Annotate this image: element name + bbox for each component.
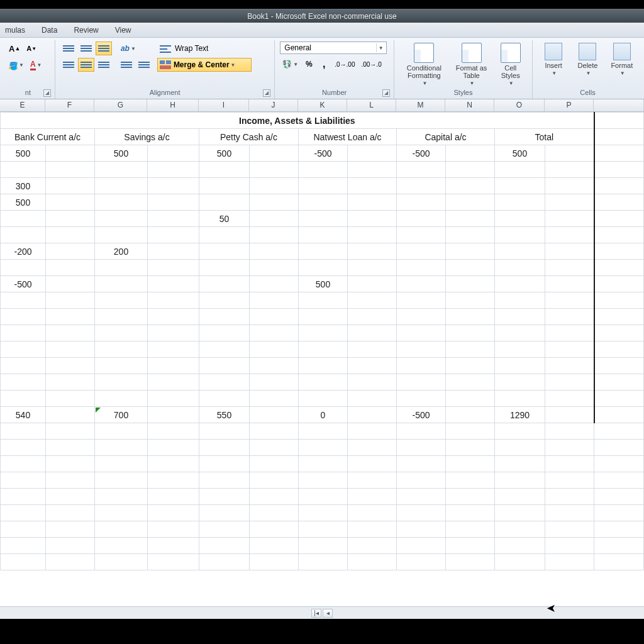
cell-total-capital[interactable]: -500 (397, 407, 446, 423)
percent-button[interactable]: % (302, 57, 316, 72)
accounting-format-button[interactable]: 💱▼ (280, 57, 301, 72)
col-header-F[interactable]: F (45, 99, 94, 111)
cell[interactable]: 500 (199, 145, 250, 162)
fill-color-button[interactable]: 🪣▼ (6, 58, 26, 72)
chevron-down-icon: ▼ (376, 43, 385, 52)
cell[interactable]: 200 (95, 243, 148, 260)
col-header-L[interactable]: L (347, 99, 396, 111)
cell[interactable] (545, 145, 594, 162)
col-header-P[interactable]: P (545, 99, 594, 111)
wrap-text-button[interactable]: Wrap Text (157, 42, 252, 55)
orientation-button[interactable]: ab▼ (118, 42, 138, 55)
col-header-E[interactable]: E (0, 99, 45, 111)
scroll-prev-button[interactable]: ◂ (323, 609, 333, 618)
tab-view[interactable]: View (115, 26, 131, 35)
align-top-button[interactable] (60, 42, 77, 55)
hdr-natwest[interactable]: Natwest Loan a/c (299, 129, 397, 145)
col-header-O[interactable]: O (494, 99, 545, 111)
decrease-decimal-button[interactable]: .00→.0 (358, 57, 384, 72)
merge-center-label: Merge & Center (174, 60, 230, 69)
comma-style-button[interactable]: , (317, 57, 331, 72)
hdr-total[interactable]: Total (495, 129, 594, 145)
insert-cells-button[interactable]: Insert▼ (538, 42, 569, 77)
font-group-label: nt (25, 89, 31, 96)
scroll-first-button[interactable]: |◂ (311, 609, 321, 618)
decrease-indent-button[interactable] (118, 58, 135, 72)
format-label: Format (611, 62, 633, 69)
cell[interactable]: 300 (1, 178, 46, 194)
col-header-M[interactable]: M (396, 99, 445, 111)
hdr-bank[interactable]: Bank Current a/c (1, 129, 95, 145)
cell[interactable] (148, 145, 199, 162)
tab-data[interactable]: Data (42, 26, 57, 35)
col-header-G[interactable]: G (94, 99, 147, 111)
cell-total-bank[interactable]: 540 (1, 407, 46, 423)
align-right-button[interactable] (96, 58, 112, 72)
cell[interactable]: -500 (397, 145, 446, 162)
cell[interactable] (46, 145, 95, 162)
format-as-table-button[interactable]: Format as Table▼ (452, 42, 492, 87)
col-header-H[interactable]: H (147, 99, 199, 111)
delete-label: Delete (578, 62, 598, 69)
align-center-button[interactable] (78, 58, 94, 72)
hdr-petty[interactable]: Petty Cash a/c (199, 129, 299, 145)
conditional-formatting-button[interactable]: Conditional Formatting▼ (399, 42, 449, 87)
cell[interactable]: 500 (1, 194, 46, 211)
col-header-N[interactable]: N (445, 99, 494, 111)
number-launcher-icon[interactable]: ◢ (382, 89, 390, 97)
format-icon (613, 43, 631, 60)
align-bottom-button[interactable] (96, 42, 112, 55)
number-format-select[interactable]: General ▼ (280, 42, 387, 54)
format-as-table-icon (462, 43, 482, 63)
col-header-I[interactable]: I (199, 99, 249, 111)
cell[interactable] (446, 145, 495, 162)
format-cells-button[interactable]: Format▼ (606, 42, 638, 77)
decrease-decimal-icon: .00→.0 (361, 61, 381, 68)
cell[interactable]: 500 (95, 145, 148, 162)
cell[interactable]: -200 (1, 243, 46, 260)
cell-total-savings[interactable]: 700 (95, 407, 148, 423)
cell-styles-button[interactable]: Cell Styles▼ (494, 42, 527, 87)
window-titlebar: Book1 - Microsoft Excel non-commercial u… (0, 9, 644, 23)
font-group-launcher-icon[interactable]: ◢ (43, 89, 51, 97)
ribbon: A▲ A▼ 🪣▼ A▼ nt◢ ab▼ (0, 38, 644, 99)
cell-total-total[interactable]: 1290 (495, 407, 545, 423)
format-as-table-label: Format as Table (453, 64, 491, 79)
cell-total-petty[interactable]: 550 (199, 407, 250, 423)
col-header-J[interactable]: J (249, 99, 298, 111)
merge-center-button[interactable]: Merge & Center▼ (157, 58, 252, 72)
col-header-K[interactable]: K (298, 99, 347, 111)
tab-formulas[interactable]: mulas (5, 26, 25, 35)
currency-icon: 💱 (282, 60, 292, 69)
cell[interactable]: -500 (299, 145, 348, 162)
delete-icon (579, 43, 596, 60)
cell[interactable] (348, 145, 397, 162)
cell[interactable]: 50 (199, 211, 250, 227)
tab-review[interactable]: Review (74, 26, 98, 35)
cell[interactable]: 500 (299, 276, 348, 292)
cell[interactable]: 500 (1, 145, 46, 162)
increase-indent-button[interactable] (136, 58, 152, 72)
increase-decimal-button[interactable]: .0→.00 (332, 57, 357, 72)
column-headers: E F G H I J K L M N O P (0, 99, 644, 112)
hdr-savings[interactable]: Savings a/c (95, 129, 199, 145)
align-middle-button[interactable] (78, 42, 94, 55)
cell[interactable]: 500 (495, 145, 545, 162)
alignment-launcher-icon[interactable]: ◢ (263, 89, 270, 97)
number-group-label: Number (322, 89, 347, 96)
cell[interactable]: -500 (1, 276, 46, 292)
conditional-formatting-icon (414, 43, 434, 63)
font-color-button[interactable]: A▼ (28, 58, 45, 72)
alignment-group-label: Alignment (150, 89, 180, 96)
delete-cells-button[interactable]: Delete▼ (572, 42, 603, 77)
hdr-capital[interactable]: Capital a/c (397, 129, 495, 145)
spreadsheet[interactable]: Income, Assets & Liabilities Bank Curren… (0, 112, 644, 570)
cell[interactable] (250, 145, 299, 162)
decrease-font-button[interactable]: A▼ (24, 42, 39, 55)
cell-total-natwest[interactable]: 0 (299, 407, 348, 423)
grid[interactable]: Income, Assets & Liabilities Bank Curren… (0, 112, 644, 570)
increase-font-button[interactable]: A▲ (6, 42, 23, 55)
window-title: Book1 - Microsoft Excel non-commercial u… (247, 12, 396, 21)
align-left-button[interactable] (60, 58, 77, 72)
decrease-indent-icon (121, 60, 132, 69)
